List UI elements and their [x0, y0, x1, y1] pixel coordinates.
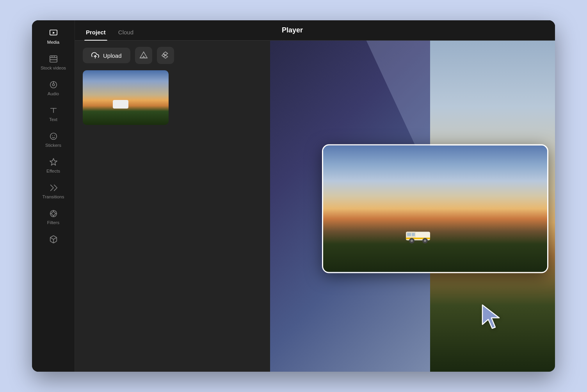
- upload-icon: [91, 52, 99, 59]
- sidebar-item-media-label: Media: [47, 40, 59, 45]
- content-area: Upload: [75, 41, 555, 372]
- media-icon: [48, 28, 59, 38]
- media-thumbnail[interactable]: [83, 70, 169, 125]
- sidebar-item-effects-label: Effects: [46, 169, 60, 173]
- svg-point-30: [411, 239, 413, 242]
- svg-point-12: [50, 133, 57, 140]
- sidebar-item-transitions-label: Transitions: [43, 194, 64, 199]
- sidebar-item-effects[interactable]: Effects: [36, 153, 71, 177]
- sidebar-item-stock-label: Stock videos: [41, 66, 66, 70]
- 3d-icon: [48, 234, 59, 244]
- svg-point-13: [52, 135, 53, 136]
- top-bar: Project Cloud Player: [75, 20, 555, 41]
- mouse-cursor-icon: [480, 303, 504, 330]
- sidebar: Media Stock videos: [32, 20, 75, 372]
- sidebar-item-text[interactable]: Text: [36, 102, 71, 126]
- sidebar-item-text-label: Text: [49, 117, 57, 122]
- stickers-icon: [48, 131, 59, 141]
- upload-label: Upload: [103, 52, 122, 59]
- google-drive-button[interactable]: [135, 47, 152, 64]
- upload-button[interactable]: Upload: [83, 48, 130, 63]
- tab-project[interactable]: Project: [84, 25, 107, 40]
- dropbox-button[interactable]: [157, 47, 174, 64]
- player-label-area: Player: [270, 20, 555, 41]
- sidebar-item-media[interactable]: Media: [36, 24, 71, 48]
- text-icon: [48, 105, 59, 116]
- svg-marker-15: [50, 159, 57, 165]
- effects-icon: [48, 157, 59, 167]
- main-area: Project Cloud Player Upload: [75, 20, 555, 372]
- media-grid: [75, 70, 270, 372]
- cursor-arrow: [480, 303, 504, 332]
- sidebar-item-audio[interactable]: Audio: [36, 76, 71, 100]
- sidebar-item-stickers[interactable]: Stickers: [36, 127, 71, 151]
- stock-videos-icon: [48, 54, 59, 64]
- sunset-thumbnail-image: [83, 70, 169, 125]
- svg-rect-27: [412, 233, 415, 236]
- media-panel: Upload: [75, 41, 270, 372]
- app-window: Media Stock videos: [32, 20, 555, 372]
- svg-point-32: [424, 239, 426, 242]
- video-card[interactable]: [322, 144, 548, 273]
- svg-point-14: [54, 135, 55, 136]
- dropbox-icon: [161, 51, 170, 60]
- sidebar-item-transitions[interactable]: Transitions: [36, 179, 71, 203]
- player-label: Player: [282, 26, 303, 34]
- sidebar-item-3d[interactable]: [36, 230, 71, 250]
- sidebar-item-stickers-label: Stickers: [45, 143, 61, 148]
- tabs-area: Project Cloud: [75, 20, 270, 41]
- van-figure: [404, 225, 435, 244]
- svg-marker-1: [53, 32, 55, 34]
- sidebar-item-stock-videos[interactable]: Stock videos: [36, 50, 71, 74]
- svg-point-16: [52, 212, 55, 215]
- svg-rect-26: [407, 233, 411, 236]
- video-card-image: [323, 146, 547, 272]
- tab-cloud[interactable]: Cloud: [117, 25, 135, 40]
- sidebar-item-filters[interactable]: Filters: [36, 205, 71, 229]
- filters-icon: [48, 208, 59, 219]
- player-area: [270, 41, 555, 372]
- sidebar-item-audio-label: Audio: [48, 91, 59, 96]
- sidebar-item-filters-label: Filters: [47, 220, 59, 225]
- svg-marker-33: [482, 305, 499, 328]
- upload-toolbar: Upload: [75, 41, 270, 70]
- google-drive-icon: [139, 51, 148, 60]
- audio-icon: [48, 80, 59, 90]
- transitions-icon: [48, 183, 59, 193]
- svg-rect-2: [50, 56, 57, 62]
